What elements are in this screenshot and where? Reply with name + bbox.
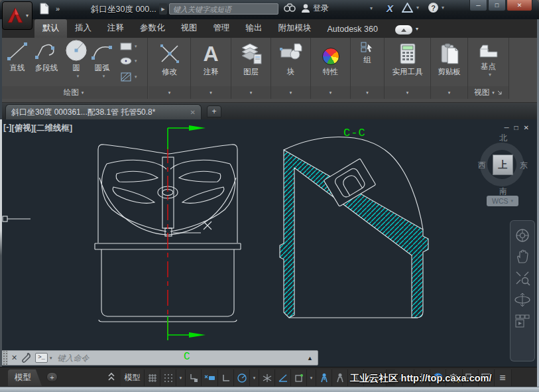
drawing-close-icon[interactable]: ✕ [524,124,529,131]
ribbon-tab-addins[interactable]: 附加模块 [270,19,320,38]
minimize-button[interactable]: ─ [469,0,487,11]
ribbon-tab-a360[interactable]: Autodesk 360 [320,21,386,38]
snap-mode-button[interactable] [145,369,160,386]
drawing-minimize-icon[interactable]: ─ [504,124,509,131]
document-tab[interactable]: 斜口坐30度 000361...配38.1管 托管50.8* ✕ [5,104,202,119]
annotation-visibility-button[interactable] [316,369,332,386]
showmotion-icon[interactable] [514,314,530,328]
layout-tab-model[interactable]: 模型 [8,369,42,386]
viewcube-north[interactable]: 北 [498,133,509,144]
viewcube[interactable]: 北 西 东 南 上 [477,135,530,202]
group-button[interactable]: 组 [351,38,384,86]
ribbon-tab-view[interactable]: 视图 [173,19,206,38]
title-flyout-icon[interactable]: ▶ [159,3,167,15]
dynamic-input-button[interactable] [202,369,218,386]
object-snap-button[interactable] [275,369,291,386]
osnap-dropdown[interactable]: ▾ [307,369,316,386]
circle-tool[interactable]: 圆 ▾ [64,38,89,79]
signin-dropdown-icon[interactable]: ▾ [370,5,373,11]
search-go[interactable] [284,3,296,13]
help-button[interactable]: ? ▾ [428,3,444,13]
close-button[interactable]: ✕ [507,0,532,11]
command-close-icon[interactable]: ✕ [11,354,17,362]
isodraft-button[interactable] [259,369,275,386]
new-layout-button[interactable]: + [46,372,58,382]
command-wrench-icon[interactable] [21,353,31,363]
block-button[interactable]: 块 [271,38,310,86]
grid-display-button[interactable] [160,369,176,386]
arc-dropdown-icon[interactable]: ▾ [103,74,105,79]
polar-tracking-button[interactable] [234,369,250,386]
exchange-apps-button[interactable]: X [387,3,393,14]
ribbon-tab-insert[interactable]: 插入 [67,19,99,38]
snap-dropdown[interactable]: ▾ [176,369,186,386]
viewcube-east[interactable]: 东 [518,160,529,171]
wcs-button[interactable]: WCS ▾ [487,196,518,206]
panel-block-expand[interactable]: ▾ [271,86,310,99]
panel-view-label[interactable]: 视图 ▾ [468,86,509,99]
ellipse-dropdown-icon[interactable]: ▾ [135,58,137,64]
drawing-area[interactable]: C-C [-] [俯视] [二维线框] ─ □ ✕ 北 西 东 南 上 WCS … [0,119,539,367]
polar-dropdown[interactable]: ▾ [250,369,259,386]
panel-draw-label[interactable]: 绘图 ▾ [0,86,147,99]
ribbon-tab-output[interactable]: 输出 [238,19,270,38]
panel-annotate-expand[interactable]: ▾ [191,86,231,99]
viewcube-top-face[interactable]: 上 [493,155,513,175]
signin-button[interactable]: 登录 ▾ [301,3,373,14]
zoom-icon[interactable] [514,270,530,286]
a360-button[interactable]: ▾ [402,3,419,13]
document-tab-close-icon[interactable]: ✕ [190,109,196,116]
application-menu-button[interactable]: ▾ [2,1,32,30]
pan-hand-icon[interactable] [514,249,530,264]
viewport-menu-control[interactable]: [-] [3,123,12,134]
ribbon-tab-default[interactable]: 默认 [34,19,67,38]
search-input[interactable] [169,3,278,15]
ribbon-tab-manage[interactable]: 管理 [206,19,238,38]
rectangle-tool[interactable]: ▾ [119,42,137,51]
clipboard-button[interactable]: 剪贴板 [431,38,467,86]
viewcube-west[interactable]: 西 [477,160,487,171]
ellipse-tool[interactable]: ▾ [119,56,137,66]
qat-expand-icon[interactable]: » [56,5,58,13]
navigation-wheel-icon[interactable] [514,228,530,243]
infer-constraints-button[interactable] [186,369,202,386]
properties-button[interactable]: 特性 [311,38,350,86]
layout-chevrons-icon[interactable] [106,371,117,382]
panel-utilities-expand[interactable]: ▾ [385,86,430,99]
ribbon-tab-parametric[interactable]: 参数化 [132,19,173,38]
ribbon-options-dropdown-icon[interactable]: ▾ [416,26,418,32]
viewport-visual-style-control[interactable]: [二维线框] [34,123,72,134]
command-line[interactable]: ✕ >_ ▾ ▲ [1,350,318,365]
model-space-button[interactable]: 模型 [121,369,145,386]
annotation-autoscale-button[interactable] [332,369,348,386]
panel-properties-expand[interactable]: ▾ [311,86,350,99]
cloud-icon[interactable] [395,25,412,34]
hatch-dropdown-icon[interactable]: ▾ [135,74,137,80]
new-file-icon[interactable] [38,3,50,15]
panel-modify-expand[interactable]: ▾ [149,86,190,99]
arc-tool[interactable]: 圆弧 ▾ [90,40,114,79]
orbit-icon[interactable] [514,292,531,308]
help-dropdown-icon[interactable]: ▾ [442,5,444,11]
basepoint-button[interactable]: 基点 ▾ [468,38,509,86]
panel-layers-expand[interactable]: ▾ [231,86,270,99]
maximize-button[interactable]: □ [488,0,506,11]
modify-button[interactable]: 修改 [149,38,190,86]
polyline-tool[interactable]: 多段线 [33,40,60,73]
rectangle-dropdown-icon[interactable]: ▾ [135,44,137,49]
new-document-tab-button[interactable]: + [207,105,221,117]
layers-button[interactable]: 图层 [231,38,270,86]
viewport-view-control[interactable]: [俯视] [12,123,34,134]
panel-group-expand[interactable]: ▾ [351,86,384,99]
ortho-mode-button[interactable] [218,369,234,386]
hatch-tool[interactable]: ▾ [119,71,137,83]
customization-menu-button[interactable]: ≡ [495,369,512,386]
command-history-up-icon[interactable]: ▲ [307,355,313,361]
snap-overrides-button[interactable] [291,369,307,386]
annotate-button[interactable]: A 注释 [191,38,231,86]
a360-dropdown-icon[interactable]: ▾ [416,5,419,11]
panel-launcher-icon[interactable] [497,90,503,96]
command-input[interactable] [56,353,303,363]
drawing-restore-icon[interactable]: □ [514,124,518,131]
drawing-canvas[interactable]: C-C [0,119,539,367]
